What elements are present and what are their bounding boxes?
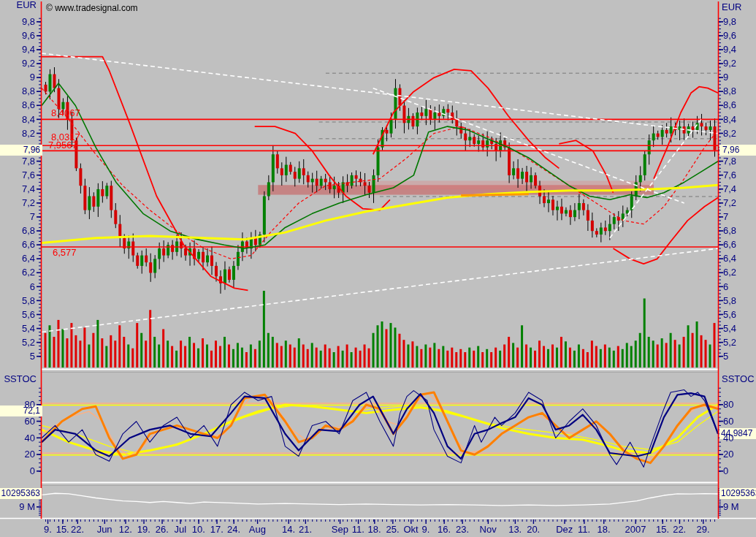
date-tick-label: 17.: [210, 525, 224, 535]
date-tick-label: Jul: [175, 525, 187, 535]
date-tick-label: 14.: [282, 525, 295, 535]
date-tick-label: 26.: [156, 525, 169, 535]
sstoc-tick-label: 0: [723, 466, 728, 476]
date-tick-label: 24.: [227, 525, 240, 535]
price-tick-label: 9,2: [0, 58, 35, 69]
price-tick-label: 5,2: [723, 338, 736, 348]
price-tick-label: 8,6: [723, 100, 736, 110]
price-tick-label: 7,6: [723, 170, 736, 180]
sstoc-tick-label: 20: [0, 449, 35, 460]
sstoc-tick-label: 40: [723, 433, 733, 443]
price-tick-label: 8,8: [0, 86, 35, 96]
money-tick-label: 9 M: [0, 502, 35, 512]
price-tick-label: 6,4: [723, 254, 736, 264]
price-tick-label: 7,4: [723, 184, 736, 194]
date-tick-label: 2007: [625, 525, 646, 535]
date-tick-label: 12.: [119, 525, 132, 535]
price-tick-label: 5,4: [723, 324, 736, 334]
price-tick-label: 6,4: [0, 254, 35, 264]
price-axis-unit-right: EUR: [722, 2, 741, 12]
price-tick-label: 9,6: [723, 31, 736, 41]
price-tick-label: 7,2: [723, 198, 736, 208]
price-tick-label: 9,8: [0, 17, 35, 27]
date-tick-label: 29.: [697, 525, 710, 535]
date-tick-label: 19.: [137, 525, 150, 535]
date-tick-label: Okt: [403, 525, 418, 535]
price-tick-label: 5,2: [0, 338, 35, 348]
price-tick-label: 7: [723, 212, 728, 222]
price-tick-label: 7,2: [0, 198, 35, 208]
price-tick-label: 6,8: [723, 226, 736, 236]
price-level-annotation: 7,9567: [48, 140, 77, 151]
last-price-marker-right: 7,96: [719, 145, 756, 156]
price-tick-label: 8,4: [723, 115, 736, 125]
copyright-label: © www.tradesignal.com: [46, 3, 138, 13]
date-tick-label: 10.: [192, 525, 205, 535]
price-axis-unit-left: EUR: [0, 0, 37, 10]
date-tick-label: 22.: [71, 525, 84, 535]
price-tick-label: 8,4: [0, 115, 35, 125]
date-tick-label: 22.: [673, 525, 686, 535]
price-tick-label: 9: [0, 72, 35, 83]
price-tick-label: 5: [0, 351, 35, 362]
date-tick-label: Dez: [556, 525, 573, 535]
price-tick-label: 6,2: [723, 267, 736, 278]
date-tick-label: Jun: [97, 525, 112, 535]
sstoc-tick-label: 0: [0, 466, 35, 476]
price-tick-label: 9,2: [723, 58, 736, 69]
price-tick-label: 5,6: [0, 310, 35, 320]
date-tick-label: 21.: [299, 525, 312, 535]
date-tick-label: 15.: [656, 525, 669, 535]
money-tick-label: 9 M: [723, 502, 739, 512]
last-price-marker-left: 7,96: [0, 145, 42, 156]
date-tick-label: Aug: [249, 525, 266, 535]
price-tick-label: 5,8: [723, 296, 736, 306]
money-volume-marker-right: 10295363: [719, 488, 756, 499]
price-tick-label: 6,6: [0, 240, 35, 250]
price-tick-label: 5,8: [0, 296, 35, 306]
price-tick-label: 8,8: [723, 86, 736, 96]
chart-canvas[interactable]: [0, 0, 756, 537]
price-tick-label: 7,6: [0, 170, 35, 180]
sstoc-tick-label: 80: [0, 400, 35, 410]
price-level-annotation: 6,577: [53, 248, 77, 258]
tradesignal-chart-window: EUR EUR © www.tradesignal.com SSTOC SSTO…: [0, 0, 756, 537]
price-tick-label: 8,2: [0, 129, 35, 139]
sstoc-title-right: SSTOC: [722, 374, 755, 384]
sstoc-tick-label: 60: [723, 416, 733, 427]
price-tick-label: 9,6: [0, 31, 35, 41]
date-tick-label: 11.: [352, 525, 364, 535]
price-tick-label: 7: [0, 212, 35, 222]
price-tick-label: 6,6: [723, 240, 736, 250]
price-tick-label: 6: [723, 282, 728, 292]
price-tick-label: 9,4: [723, 45, 736, 55]
sstoc-tick-label: 60: [0, 416, 35, 427]
date-tick-label: 15.: [56, 525, 69, 535]
date-tick-label: 9.: [44, 525, 52, 535]
price-tick-label: 6,8: [0, 226, 35, 236]
date-tick-label: Nov: [480, 525, 497, 535]
date-tick-label: 16.: [438, 525, 451, 535]
price-tick-label: 7,8: [0, 156, 35, 167]
price-tick-label: 8,2: [723, 129, 736, 139]
date-tick-label: 18.: [597, 525, 610, 535]
price-level-annotation: 8,4067: [51, 108, 80, 118]
date-tick-label: 18.: [368, 525, 381, 535]
price-tick-label: 8,6: [0, 100, 35, 110]
price-tick-label: 7,4: [0, 184, 35, 194]
price-tick-label: 5,4: [0, 324, 35, 334]
price-tick-label: 5: [723, 351, 728, 362]
price-tick-label: 5,6: [723, 310, 736, 320]
price-tick-label: 6: [0, 282, 35, 292]
price-tick-label: 9,8: [723, 17, 736, 27]
sstoc-tick-label: 40: [0, 433, 35, 443]
price-tick-label: 6,2: [0, 267, 35, 278]
date-tick-label: 13.: [508, 525, 522, 535]
price-tick-label: 9: [723, 72, 728, 83]
date-tick-label: 20.: [527, 525, 540, 535]
date-tick-label: 9.: [422, 525, 430, 535]
date-tick-label: 23.: [456, 525, 469, 535]
sstoc-tick-label: 20: [723, 449, 733, 460]
price-tick-label: 7,8: [723, 156, 736, 167]
date-tick-label: Sep: [332, 525, 348, 535]
